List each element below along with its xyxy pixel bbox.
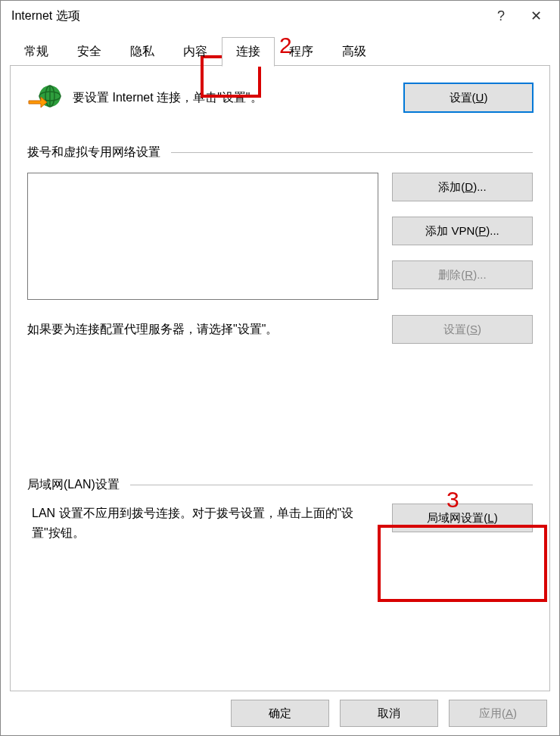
add-vpn-button[interactable]: 添加 VPN(P)... <box>392 217 533 245</box>
lan-label-text: 局域网(LAN)设置 <box>27 477 120 493</box>
add-button[interactable]: 添加(D)... <box>392 173 533 201</box>
dial-settings-label: 设置(S) <box>443 323 481 337</box>
window-title: Internet 选项 <box>11 8 484 24</box>
tab-content-panel: 2 要设置 Internet 连接，单击"设置"。 设置(U) 拨号和虚拟专用网… <box>10 66 550 691</box>
proxy-text: 如果要为连接配置代理服务器，请选择"设置"。 <box>27 322 378 338</box>
titlebar: Internet 选项 ? ✕ <box>1 1 559 31</box>
remove-button-label: 删除(R)... <box>438 268 486 282</box>
divider <box>130 485 533 485</box>
lan-section-label: 局域网(LAN)设置 <box>27 477 533 493</box>
close-button[interactable]: ✕ <box>518 1 553 31</box>
ok-button[interactable]: 确定 <box>231 700 329 727</box>
apply-button: 应用(A) <box>449 700 547 727</box>
tab-security[interactable]: 安全 <box>63 37 116 66</box>
dial-settings-button: 设置(S) <box>392 315 533 344</box>
setup-text: 要设置 Internet 连接，单击"设置"。 <box>73 90 394 106</box>
add-button-label: 添加(D)... <box>438 180 486 195</box>
globe-arrow-icon <box>27 83 62 113</box>
add-vpn-button-label: 添加 VPN(P)... <box>425 224 499 239</box>
apply-button-label: 应用(A) <box>479 706 517 721</box>
dial-buttons: 添加(D)... 添加 VPN(P)... 删除(R)... <box>392 173 533 300</box>
dial-section-label: 拨号和虚拟专用网络设置 <box>27 145 533 161</box>
lan-row: LAN 设置不应用到拨号连接。对于拨号设置，单击上面的"设置"按钮。 局域网设置… <box>27 504 533 544</box>
divider <box>171 152 533 153</box>
tab-general[interactable]: 常规 <box>10 37 63 66</box>
dial-area: 添加(D)... 添加 VPN(P)... 删除(R)... <box>27 173 533 300</box>
setup-row: 要设置 Internet 连接，单击"设置"。 设置(U) <box>27 83 533 113</box>
tab-privacy[interactable]: 隐私 <box>116 37 169 66</box>
tab-programs[interactable]: 程序 <box>275 37 328 66</box>
remove-button: 删除(R)... <box>392 260 533 289</box>
dialog-footer: 确定 取消 应用(A) <box>1 691 559 735</box>
help-button[interactable]: ? <box>484 1 518 31</box>
tab-content[interactable]: 内容 <box>169 37 222 66</box>
lan-text: LAN 设置不应用到拨号连接。对于拨号设置，单击上面的"设置"按钮。 <box>27 504 378 544</box>
setup-button-label: 设置(U) <box>450 91 488 105</box>
tab-connections[interactable]: 连接 <box>222 37 275 67</box>
cancel-button[interactable]: 取消 <box>340 700 438 727</box>
lan-settings-label: 局域网设置(L) <box>427 511 497 525</box>
proxy-row: 如果要为连接配置代理服务器，请选择"设置"。 设置(S) <box>27 315 533 344</box>
tab-strip: 常规 安全 隐私 内容 连接 程序 高级 <box>1 37 559 66</box>
lan-section: 3 局域网(LAN)设置 LAN 设置不应用到拨号连接。对于拨号设置，单击上面的… <box>27 477 533 544</box>
internet-options-dialog: Internet 选项 ? ✕ 常规 安全 隐私 内容 连接 程序 高级 2 要… <box>0 0 560 736</box>
setup-button[interactable]: 设置(U) <box>404 83 533 112</box>
connections-listbox[interactable] <box>27 173 378 300</box>
lan-settings-button[interactable]: 局域网设置(L) <box>392 504 533 532</box>
dial-label-text: 拨号和虚拟专用网络设置 <box>27 145 160 161</box>
tab-advanced[interactable]: 高级 <box>328 37 381 66</box>
